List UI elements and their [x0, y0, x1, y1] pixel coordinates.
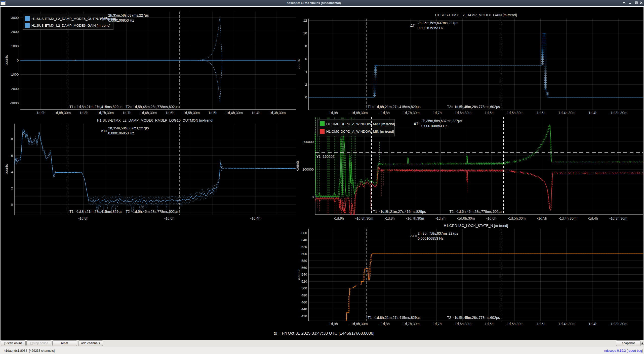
svg-text:2: 2 [305, 83, 307, 86]
svg-text:-1d,4h: -1d,4h [250, 216, 260, 220]
svg-text:counts: counts [295, 160, 299, 171]
svg-text:440: 440 [301, 307, 307, 311]
svg-text:ΔT=: ΔT= [410, 234, 417, 238]
svg-text:-1d,6h: -1d,6h [484, 322, 494, 326]
svg-text:-1d,8h,30m: -1d,8h,30m [350, 111, 368, 115]
svg-text:T1=-1d,8h,21m,27s,415ms,829µs: T1=-1d,8h,21m,27s,415ms,829µs [373, 210, 426, 214]
svg-text:-1d,5h,30m: -1d,5h,30m [508, 216, 526, 220]
svg-text:-1d,8h: -1d,8h [78, 111, 88, 115]
svg-text:8: 8 [11, 137, 13, 141]
svg-text:-1d,7h: -1d,7h [435, 216, 446, 220]
svg-text:-1d,8h: -1d,8h [385, 216, 395, 220]
svg-text:460: 460 [301, 300, 307, 304]
svg-text:520: 520 [301, 280, 307, 283]
svg-text:T2=-1d,5h,45m,28s,778ms,602µs: T2=-1d,5h,45m,28s,778ms,602µs [126, 105, 178, 109]
svg-text:-1d,5h,30m: -1d,5h,30m [506, 322, 524, 326]
svg-text:-1d,5h: -1d,5h [536, 322, 546, 326]
svg-text:ΔT=: ΔT= [101, 129, 107, 133]
svg-text:-1d,7h,30m: -1d,7h,30m [406, 216, 424, 220]
svg-text:-1d,5h,30m: -1d,5h,30m [182, 111, 200, 115]
svg-text:-1d,4h,30m: -1d,4h,30m [225, 111, 243, 115]
svg-text:4: 4 [11, 170, 13, 174]
svg-text:t0 = Fri Oct 31 2025 03:47:30: t0 = Fri Oct 31 2025 03:47:30 UTC [14459… [274, 331, 374, 335]
svg-text:200000: 200000 [302, 140, 314, 144]
svg-text:-1d,6h,30m: -1d,6h,30m [454, 322, 471, 326]
svg-text:8: 8 [305, 44, 307, 48]
svg-text:counts: counts [297, 270, 301, 280]
svg-text:-1d,6h: -1d,6h [486, 216, 496, 220]
svg-text:0: 0 [11, 203, 13, 207]
svg-text:100000: 100000 [302, 168, 314, 171]
svg-text:-1d,6h: -1d,6h [164, 111, 174, 115]
svg-text:-1d,6h: -1d,6h [484, 111, 494, 115]
svg-text:T1=-1d,8h,21m,27s,415ms,829µs: T1=-1d,8h,21m,27s,415ms,829µs [368, 105, 421, 109]
svg-text:-1d,6h,30m: -1d,6h,30m [454, 111, 471, 115]
svg-text:counts: counts [5, 164, 9, 174]
svg-text:640: 640 [301, 238, 307, 242]
svg-text:-1d,8h: -1d,8h [78, 216, 88, 220]
svg-text:-3000: -3000 [10, 101, 19, 105]
svg-text:-1d,4h: -1d,4h [250, 111, 260, 115]
svg-text:-1d,7h,30m: -1d,7h,30m [402, 322, 420, 326]
svg-text:H1:GRD-ISC_LOCK_STATE_N [m-tre: H1:GRD-ISC_LOCK_STATE_N [m-trend] [444, 224, 508, 228]
svg-text:3000: 3000 [11, 16, 19, 20]
svg-text:-1d,5h,30m: -1d,5h,30m [506, 111, 524, 115]
svg-text:-1d,9h: -1d,9h [328, 322, 338, 326]
svg-text:2: 2 [11, 186, 13, 190]
svg-text:560: 560 [301, 266, 307, 270]
svg-text:0.000106853 Hz: 0.000106853 Hz [421, 124, 447, 128]
svg-text:-1d,4h,30m: -1d,4h,30m [557, 322, 575, 326]
svg-text:600: 600 [301, 252, 307, 256]
svg-text:540: 540 [301, 273, 307, 276]
svg-text:counts: counts [297, 59, 301, 69]
svg-text:480: 480 [301, 293, 307, 297]
svg-text:H1:OMC-DCPD_A_WINDOW_MIN [m-tr: H1:OMC-DCPD_A_WINDOW_MIN [m-trend] [326, 130, 394, 133]
svg-text:-1d,8h,30m: -1d,8h,30m [350, 322, 368, 326]
svg-text:T2=-1d,5h,45m,28s,778ms,602µs: T2=-1d,5h,45m,28s,778ms,602µs [447, 105, 500, 109]
svg-text:2h,35m,58s,637ms,227µs: 2h,35m,58s,637ms,227µs [418, 231, 458, 235]
svg-text:H1:SUS-ETMX_L2_DAMP_MODE6_GAIN: H1:SUS-ETMX_L2_DAMP_MODE6_GAIN [m-trend] [31, 24, 110, 27]
svg-text:2h,35m,58s,637ms,227µs: 2h,35m,58s,637ms,227µs [421, 119, 462, 123]
svg-text:-1d,7h: -1d,7h [432, 322, 442, 326]
svg-text:ΔT=: ΔT= [414, 121, 420, 125]
svg-text:-1d,6h,30m: -1d,6h,30m [139, 111, 157, 115]
svg-text:-1d,5h: -1d,5h [537, 216, 547, 220]
svg-text:-1d,8h,30m: -1d,8h,30m [53, 111, 71, 115]
svg-text:-1d,3h,30m: -1d,3h,30m [610, 216, 627, 220]
svg-text:-1d,8h: -1d,8h [380, 322, 390, 326]
svg-text:-1d,5h: -1d,5h [207, 111, 217, 115]
svg-text:T1=-1d,8h,21m,27s,415ms,829µs: T1=-1d,8h,21m,27s,415ms,829µs [69, 105, 122, 109]
svg-text:-1d,3h,30m: -1d,3h,30m [609, 322, 627, 326]
svg-text:counts: counts [5, 55, 9, 65]
svg-text:2h,35m,58s,637ms,227µs: 2h,35m,58s,637ms,227µs [418, 21, 458, 25]
svg-text:-1d,6h,30m: -1d,6h,30m [457, 216, 475, 220]
svg-text:H1:OMC-DCPD_A_WINDOW_MAX [m-tr: H1:OMC-DCPD_A_WINDOW_MAX [m-trend] [326, 122, 395, 126]
svg-text:-1d,5h: -1d,5h [536, 111, 546, 115]
svg-text:2000: 2000 [11, 30, 19, 34]
svg-text:Y1=160202: Y1=160202 [316, 155, 335, 159]
svg-text:T2=-1d,5h,45m,28s,778ms,602µs: T2=-1d,5h,45m,28s,778ms,602µs [447, 316, 500, 320]
svg-text:T2=-1d,5h,45m,28s,778ms,602µs: T2=-1d,5h,45m,28s,778ms,602µs [450, 210, 502, 214]
svg-text:ΔT=: ΔT= [101, 16, 107, 20]
svg-text:620: 620 [301, 245, 307, 249]
svg-text:-1d,4h: -1d,4h [587, 111, 597, 115]
svg-text:0.000106853 Hz: 0.000106853 Hz [418, 236, 444, 240]
svg-text:420: 420 [301, 314, 307, 318]
svg-text:-1d,8h,30m: -1d,8h,30m [355, 216, 373, 220]
svg-text:580: 580 [301, 259, 307, 263]
svg-text:-1d,7h,30m: -1d,7h,30m [96, 111, 114, 115]
svg-text:ΔT=: ΔT= [410, 23, 417, 27]
svg-text:12: 12 [303, 19, 307, 22]
svg-text:2h,35m,58s,637ms,227µs: 2h,35m,58s,637ms,227µs [108, 126, 149, 130]
svg-text:0.000106853 Hz: 0.000106853 Hz [418, 26, 444, 30]
svg-text:-1d,3h,30m: -1d,3h,30m [609, 111, 627, 115]
svg-text:-1d,4h: -1d,4h [587, 322, 597, 326]
svg-text:-2000: -2000 [10, 87, 19, 91]
svg-text:H1:SUS-ETMX_L2_DAMP_MODE6_GAIN: H1:SUS-ETMX_L2_DAMP_MODE6_GAIN [m-trend] [435, 13, 517, 17]
svg-text:-1d,9h: -1d,9h [35, 111, 46, 115]
svg-text:T1=-1d,8h,21m,27s,415ms,829µs: T1=-1d,8h,21m,27s,415ms,829µs [69, 210, 122, 214]
svg-text:-1d,4h,30m: -1d,4h,30m [559, 216, 577, 220]
svg-text:-1000: -1000 [10, 73, 19, 76]
svg-text:-1d,7h,30m: -1d,7h,30m [402, 111, 420, 115]
svg-text:0: 0 [17, 59, 19, 62]
